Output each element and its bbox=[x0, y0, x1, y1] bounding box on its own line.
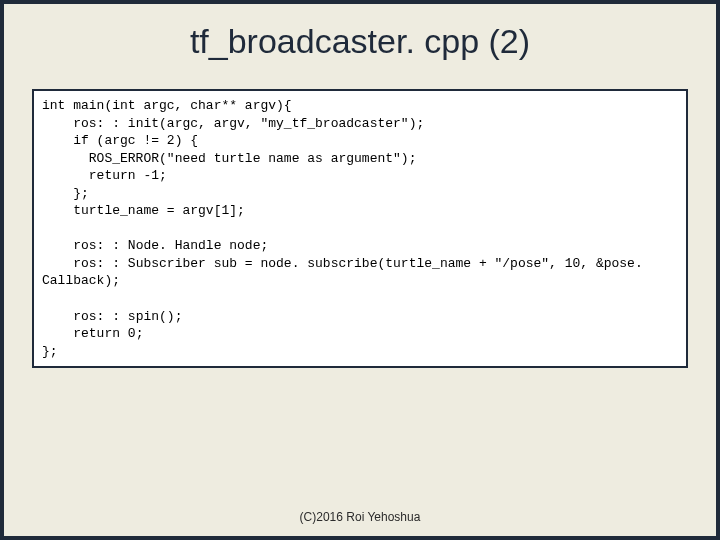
page-title: tf_broadcaster. cpp (2) bbox=[4, 4, 716, 71]
footer-copyright: (C)2016 Roi Yehoshua bbox=[4, 510, 716, 536]
code-block: int main(int argc, char** argv){ ros: : … bbox=[32, 89, 688, 368]
